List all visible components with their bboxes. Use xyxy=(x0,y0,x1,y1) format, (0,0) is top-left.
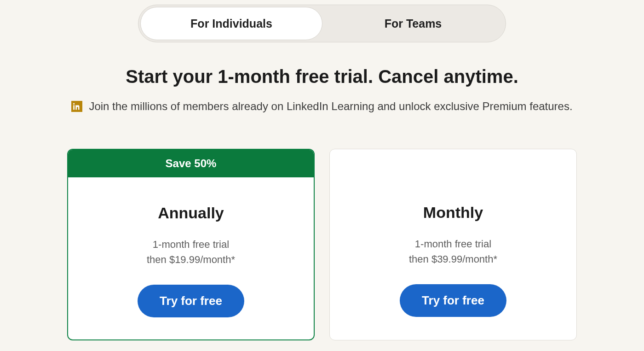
plan-annually-line1: 1-month free trial xyxy=(147,237,235,252)
plan-annually-title: Annually xyxy=(158,204,224,222)
try-free-annually-button[interactable]: Try for free xyxy=(138,285,244,317)
tab-teams[interactable]: For Teams xyxy=(322,7,504,40)
plan-monthly-title: Monthly xyxy=(423,204,483,222)
plan-annually-line2: then $19.99/month* xyxy=(147,252,235,267)
subline-text: Join the millions of members already on … xyxy=(89,100,572,113)
plan-monthly-line2: then $39.99/month* xyxy=(409,252,497,267)
audience-toggle: For Individuals For Teams xyxy=(138,5,506,42)
try-free-monthly-button[interactable]: Try for free xyxy=(400,284,506,317)
plan-monthly-line1: 1-month free trial xyxy=(409,236,497,252)
plan-annually-desc: 1-month free trial then $19.99/month* xyxy=(147,237,235,267)
page-subline: Join the millions of members already on … xyxy=(71,100,572,113)
page-headline: Start your 1-month free trial. Cancel an… xyxy=(126,66,518,87)
plan-monthly: Monthly 1-month free trial then $39.99/m… xyxy=(329,149,577,340)
plan-annually: Save 50% Annually 1-month free trial the… xyxy=(67,149,315,340)
linkedin-icon xyxy=(71,101,82,112)
pricing-plans: Save 50% Annually 1-month free trial the… xyxy=(67,149,577,340)
plan-monthly-desc: 1-month free trial then $39.99/month* xyxy=(409,236,497,267)
save-badge: Save 50% xyxy=(68,150,314,177)
tab-individuals[interactable]: For Individuals xyxy=(140,7,322,40)
